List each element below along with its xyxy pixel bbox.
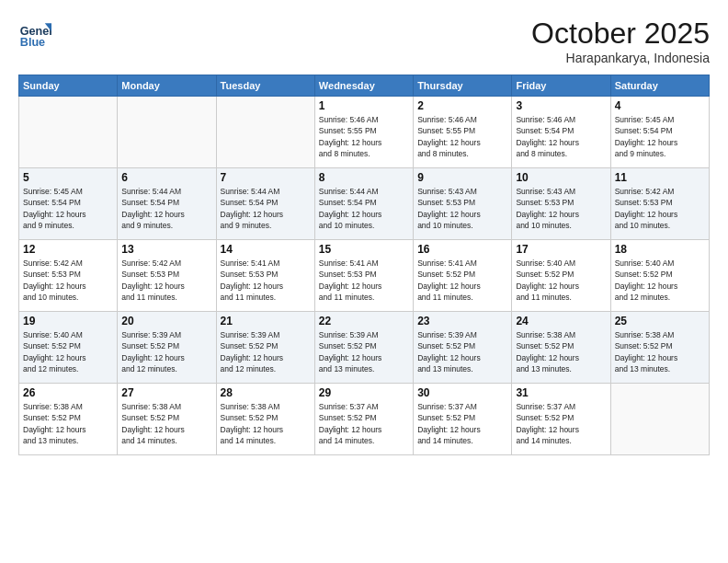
day-info: Sunrise: 5:46 AMSunset: 5:55 PMDaylight:… (319, 114, 409, 159)
day-info: Sunrise: 5:38 AMSunset: 5:52 PMDaylight:… (516, 329, 606, 374)
calendar-header-row: Sunday Monday Tuesday Wednesday Thursday… (19, 75, 710, 97)
logo: General Blue (18, 17, 55, 50)
day-number: 31 (516, 386, 606, 399)
table-row: 6Sunrise: 5:44 AMSunset: 5:54 PMDaylight… (118, 168, 216, 240)
day-info: Sunrise: 5:41 AMSunset: 5:52 PMDaylight:… (417, 258, 507, 303)
day-info: Sunrise: 5:40 AMSunset: 5:52 PMDaylight:… (615, 258, 705, 303)
table-row: 21Sunrise: 5:39 AMSunset: 5:52 PMDayligh… (216, 312, 314, 384)
day-number: 23 (417, 315, 507, 327)
logo-icon: General Blue (18, 17, 51, 50)
day-number: 6 (121, 171, 211, 184)
day-info: Sunrise: 5:38 AMSunset: 5:52 PMDaylight:… (221, 401, 311, 446)
day-number: 8 (319, 171, 409, 184)
table-row: 11Sunrise: 5:42 AMSunset: 5:53 PMDayligh… (610, 168, 709, 240)
day-number: 1 (319, 99, 409, 112)
svg-text:Blue: Blue (20, 36, 45, 49)
day-number: 4 (615, 99, 705, 112)
table-row: 1Sunrise: 5:46 AMSunset: 5:55 PMDaylight… (314, 97, 413, 168)
table-row: 20Sunrise: 5:39 AMSunset: 5:52 PMDayligh… (118, 312, 216, 384)
day-number: 18 (615, 243, 705, 256)
day-info: Sunrise: 5:37 AMSunset: 5:52 PMDaylight:… (516, 401, 606, 446)
day-info: Sunrise: 5:41 AMSunset: 5:53 PMDaylight:… (319, 258, 409, 303)
day-number: 26 (23, 386, 113, 399)
day-number: 2 (417, 99, 507, 112)
table-row: 30Sunrise: 5:37 AMSunset: 5:52 PMDayligh… (414, 384, 512, 455)
calendar-week-row: 5Sunrise: 5:45 AMSunset: 5:54 PMDaylight… (19, 168, 710, 240)
day-info: Sunrise: 5:44 AMSunset: 5:54 PMDaylight:… (319, 186, 409, 231)
table-row: 9Sunrise: 5:43 AMSunset: 5:53 PMDaylight… (414, 168, 512, 240)
day-number: 21 (221, 315, 311, 327)
day-info: Sunrise: 5:40 AMSunset: 5:52 PMDaylight:… (23, 329, 113, 374)
col-wednesday: Wednesday (314, 75, 413, 97)
day-info: Sunrise: 5:38 AMSunset: 5:52 PMDaylight:… (615, 329, 705, 374)
day-number: 24 (516, 315, 606, 327)
day-info: Sunrise: 5:42 AMSunset: 5:53 PMDaylight:… (615, 186, 705, 231)
table-row: 8Sunrise: 5:44 AMSunset: 5:54 PMDaylight… (314, 168, 413, 240)
day-number: 13 (121, 243, 211, 256)
table-row: 22Sunrise: 5:39 AMSunset: 5:52 PMDayligh… (314, 312, 413, 384)
table-row: 27Sunrise: 5:38 AMSunset: 5:52 PMDayligh… (118, 384, 216, 455)
day-info: Sunrise: 5:38 AMSunset: 5:52 PMDaylight:… (23, 401, 113, 446)
day-info: Sunrise: 5:39 AMSunset: 5:52 PMDaylight:… (417, 329, 507, 374)
table-row: 7Sunrise: 5:44 AMSunset: 5:54 PMDaylight… (216, 168, 314, 240)
day-info: Sunrise: 5:44 AMSunset: 5:54 PMDaylight:… (221, 186, 311, 231)
day-info: Sunrise: 5:39 AMSunset: 5:52 PMDaylight:… (319, 329, 409, 374)
table-row: 25Sunrise: 5:38 AMSunset: 5:52 PMDayligh… (610, 312, 709, 384)
day-number: 14 (221, 243, 311, 256)
table-row: 2Sunrise: 5:46 AMSunset: 5:55 PMDaylight… (414, 97, 512, 168)
table-row: 28Sunrise: 5:38 AMSunset: 5:52 PMDayligh… (216, 384, 314, 455)
day-info: Sunrise: 5:40 AMSunset: 5:52 PMDaylight:… (516, 258, 606, 303)
col-thursday: Thursday (414, 75, 512, 97)
table-row: 29Sunrise: 5:37 AMSunset: 5:52 PMDayligh… (314, 384, 413, 455)
day-info: Sunrise: 5:38 AMSunset: 5:52 PMDaylight:… (121, 401, 211, 446)
table-row: 17Sunrise: 5:40 AMSunset: 5:52 PMDayligh… (512, 240, 610, 312)
table-row: 4Sunrise: 5:45 AMSunset: 5:54 PMDaylight… (610, 97, 709, 168)
day-info: Sunrise: 5:44 AMSunset: 5:54 PMDaylight:… (121, 186, 211, 231)
col-monday: Monday (118, 75, 216, 97)
col-sunday: Sunday (19, 75, 118, 97)
calendar-week-row: 12Sunrise: 5:42 AMSunset: 5:53 PMDayligh… (19, 240, 710, 312)
day-number: 5 (23, 171, 113, 184)
day-number: 11 (615, 171, 705, 184)
table-row: 14Sunrise: 5:41 AMSunset: 5:53 PMDayligh… (216, 240, 314, 312)
day-number: 30 (417, 386, 507, 399)
table-row: 23Sunrise: 5:39 AMSunset: 5:52 PMDayligh… (414, 312, 512, 384)
table-row (610, 384, 709, 455)
day-number: 25 (615, 315, 705, 327)
col-tuesday: Tuesday (216, 75, 314, 97)
calendar-week-row: 26Sunrise: 5:38 AMSunset: 5:52 PMDayligh… (19, 384, 710, 455)
table-row: 24Sunrise: 5:38 AMSunset: 5:52 PMDayligh… (512, 312, 610, 384)
table-row (19, 97, 118, 168)
table-row: 26Sunrise: 5:38 AMSunset: 5:52 PMDayligh… (19, 384, 118, 455)
subtitle: Harapankarya, Indonesia (531, 51, 710, 65)
calendar-week-row: 19Sunrise: 5:40 AMSunset: 5:52 PMDayligh… (19, 312, 710, 384)
day-info: Sunrise: 5:42 AMSunset: 5:53 PMDaylight:… (23, 258, 113, 303)
table-row (118, 97, 216, 168)
day-number: 9 (417, 171, 507, 184)
day-number: 28 (221, 386, 311, 399)
day-info: Sunrise: 5:43 AMSunset: 5:53 PMDaylight:… (516, 186, 606, 231)
day-number: 15 (319, 243, 409, 256)
table-row (216, 97, 314, 168)
table-row: 10Sunrise: 5:43 AMSunset: 5:53 PMDayligh… (512, 168, 610, 240)
col-saturday: Saturday (610, 75, 709, 97)
day-info: Sunrise: 5:37 AMSunset: 5:52 PMDaylight:… (417, 401, 507, 446)
month-title: October 2025 (531, 17, 710, 51)
day-number: 7 (221, 171, 311, 184)
day-number: 29 (319, 386, 409, 399)
day-number: 27 (121, 386, 211, 399)
day-info: Sunrise: 5:43 AMSunset: 5:53 PMDaylight:… (417, 186, 507, 231)
day-info: Sunrise: 5:39 AMSunset: 5:52 PMDaylight:… (221, 329, 311, 374)
day-info: Sunrise: 5:46 AMSunset: 5:54 PMDaylight:… (516, 114, 606, 159)
calendar-week-row: 1Sunrise: 5:46 AMSunset: 5:55 PMDaylight… (19, 97, 710, 168)
page: General Blue October 2025 Harapankarya, … (0, 0, 728, 563)
col-friday: Friday (512, 75, 610, 97)
table-row: 19Sunrise: 5:40 AMSunset: 5:52 PMDayligh… (19, 312, 118, 384)
day-info: Sunrise: 5:45 AMSunset: 5:54 PMDaylight:… (23, 186, 113, 231)
day-info: Sunrise: 5:41 AMSunset: 5:53 PMDaylight:… (221, 258, 311, 303)
table-row: 31Sunrise: 5:37 AMSunset: 5:52 PMDayligh… (512, 384, 610, 455)
day-number: 3 (516, 99, 606, 112)
table-row: 3Sunrise: 5:46 AMSunset: 5:54 PMDaylight… (512, 97, 610, 168)
table-row: 12Sunrise: 5:42 AMSunset: 5:53 PMDayligh… (19, 240, 118, 312)
table-row: 15Sunrise: 5:41 AMSunset: 5:53 PMDayligh… (314, 240, 413, 312)
